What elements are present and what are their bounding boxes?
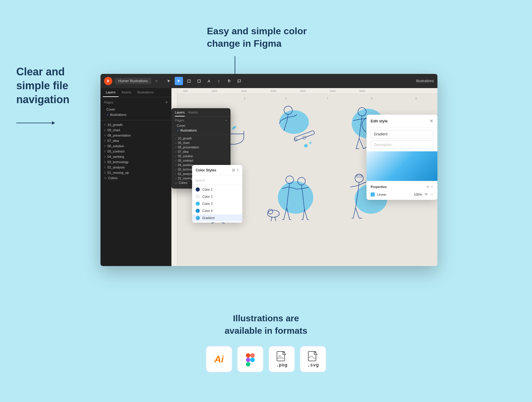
- es-visibility-icon[interactable]: 👁: [424, 192, 428, 197]
- fl-layer-item[interactable]: #08_presentation: [174, 145, 228, 150]
- add-tab-button[interactable]: +: [155, 78, 158, 84]
- floating-pages-title: Pages: [175, 119, 184, 122]
- cs-title: Color Styles: [196, 168, 216, 172]
- cs-item-color1[interactable]: Color 1: [192, 186, 242, 193]
- floating-page-cover[interactable]: Cover: [175, 123, 227, 128]
- es-prop-color-swatch: [371, 192, 375, 197]
- png-icon: [276, 351, 287, 362]
- es-close-button[interactable]: ✕: [429, 118, 433, 124]
- page-illustrations[interactable]: Illustrations: [104, 112, 168, 118]
- cs-item-label: Color 1: [202, 188, 213, 191]
- es-desc-field[interactable]: [371, 141, 433, 149]
- ai-icon: Ai: [214, 354, 224, 365]
- fl-layer-item[interactable]: #10_growth: [174, 136, 228, 141]
- floating-pages: Pages + Cover Illustrations: [171, 117, 231, 135]
- select-tool[interactable]: [165, 77, 173, 85]
- svg-point-46: [309, 357, 310, 358]
- layer-item[interactable]: #09_chart: [102, 127, 170, 133]
- fl-layer-item[interactable]: #09_chart: [174, 141, 228, 145]
- es-gradient-preview: [366, 151, 437, 181]
- cs-item-label: Gradient: [202, 216, 215, 220]
- add-page-button[interactable]: +: [165, 100, 168, 105]
- layer-item[interactable]: #06_solution: [102, 143, 170, 149]
- tab-illustrations[interactable]: Illustrations: [134, 88, 157, 97]
- svg-rect-40: [246, 358, 250, 362]
- floating-page-illustrations[interactable]: Illustrations: [175, 128, 227, 133]
- comment-tool[interactable]: [235, 77, 243, 85]
- layer-item[interactable]: #05_contract: [102, 149, 170, 154]
- edit-style-panel: Edit style ✕ Properties + −: [366, 115, 437, 200]
- es-minus-prop-button[interactable]: −: [431, 184, 433, 189]
- svg-point-18: [294, 138, 297, 141]
- ruler-horizontal: 500100015002000250030003500: [171, 88, 437, 94]
- es-name-input[interactable]: [371, 130, 433, 138]
- es-title: Edit style: [371, 119, 388, 123]
- left-section: Clear andsimple filenavigation: [16, 65, 69, 123]
- color3-swatch: [196, 202, 200, 206]
- cs-item-label: Color 4: [202, 209, 213, 213]
- svg-rect-7: [188, 80, 190, 82]
- pen-tool[interactable]: [205, 77, 213, 85]
- svg-rect-2: [107, 80, 108, 81]
- es-desc-input[interactable]: [371, 141, 433, 149]
- cs-search-input[interactable]: [195, 179, 239, 182]
- format-figma-box: [237, 346, 264, 372]
- page-cover[interactable]: Cover: [104, 107, 168, 112]
- es-header: Edit style ✕: [366, 115, 437, 128]
- layer-item[interactable]: #04_working: [102, 154, 170, 159]
- floating-tab-layers[interactable]: Layers: [175, 111, 185, 116]
- cs-icons: ⊞ +: [232, 168, 239, 172]
- shape-tool[interactable]: [195, 77, 203, 85]
- layer-colors[interactable]: ⊞ Colors: [102, 175, 170, 181]
- frame-tool[interactable]: [185, 77, 193, 85]
- fl-layer-item[interactable]: #06_solution: [174, 154, 228, 158]
- svg-rect-38: [246, 353, 250, 358]
- cs-item-color4[interactable]: Color 4: [192, 207, 242, 214]
- cs-items: Color 1 Color 2 Color 3 Color 4: [192, 185, 242, 223]
- fl-layer-item[interactable]: #07_idea: [174, 150, 228, 154]
- figma-tab[interactable]: Humer Illustrations: [115, 78, 151, 84]
- move-tool[interactable]: [175, 77, 183, 85]
- es-name-field[interactable]: [371, 130, 433, 138]
- svg-point-42: [250, 358, 255, 362]
- tab-layers[interactable]: Layers: [103, 88, 119, 97]
- cs-item-gradient[interactable]: Gradient: [192, 214, 242, 221]
- format-icons: Ai .png: [206, 346, 326, 372]
- cs-item-color2[interactable]: Color 2: [192, 193, 242, 200]
- format-png-box: .png: [268, 346, 295, 372]
- color2-swatch: [196, 194, 200, 199]
- color1-swatch: [196, 187, 200, 192]
- cs-grid-icon[interactable]: ⊞: [232, 168, 235, 172]
- layer-item[interactable]: #08_presentation: [102, 133, 170, 138]
- figma-toolbar: Humer Illustrations + T: [100, 74, 437, 88]
- cs-item-color3[interactable]: Color 3: [192, 200, 242, 207]
- panel-tabs: Layers Assets Illustrations: [100, 88, 171, 97]
- figma-window: Humer Illustrations + T: [100, 74, 437, 266]
- svg-text:T: T: [218, 80, 220, 83]
- floating-tab-assets[interactable]: Assets: [188, 111, 198, 116]
- pages-section: Pages + Cover Illustrations: [100, 97, 171, 120]
- fl-layer-item[interactable]: #05_contract: [174, 158, 228, 163]
- svg-point-21: [309, 142, 312, 144]
- es-add-prop-button[interactable]: +: [426, 184, 429, 189]
- layer-item[interactable]: #10_growth: [102, 122, 170, 127]
- cs-search[interactable]: [192, 176, 242, 185]
- es-remove-prop-button[interactable]: −: [431, 192, 433, 197]
- pages-header: Pages +: [104, 100, 168, 105]
- layers-list: #10_growth #09_chart #08_presentation #0…: [100, 120, 171, 182]
- cs-add-icon[interactable]: +: [236, 168, 239, 172]
- top-center-title: Easy and simple colorchange in Figma: [207, 25, 307, 50]
- text-tool[interactable]: T: [215, 77, 223, 85]
- es-prop-type: Linear: [377, 193, 411, 196]
- layer-item[interactable]: #03_technology: [102, 159, 170, 165]
- tab-label: Humer Illustrations: [118, 79, 148, 83]
- layer-item[interactable]: #07_idea: [102, 138, 170, 143]
- layer-item[interactable]: #01_moving_up: [102, 170, 170, 175]
- hand-tool[interactable]: [225, 77, 233, 85]
- figma-main: Layers Assets Illustrations Pages + Cove…: [100, 88, 437, 266]
- floating-add-page[interactable]: +: [225, 119, 227, 122]
- svg-point-20: [304, 144, 308, 147]
- layer-item[interactable]: #02_analysis: [102, 165, 170, 170]
- svg-rect-39: [250, 353, 255, 358]
- tab-assets[interactable]: Assets: [119, 88, 134, 97]
